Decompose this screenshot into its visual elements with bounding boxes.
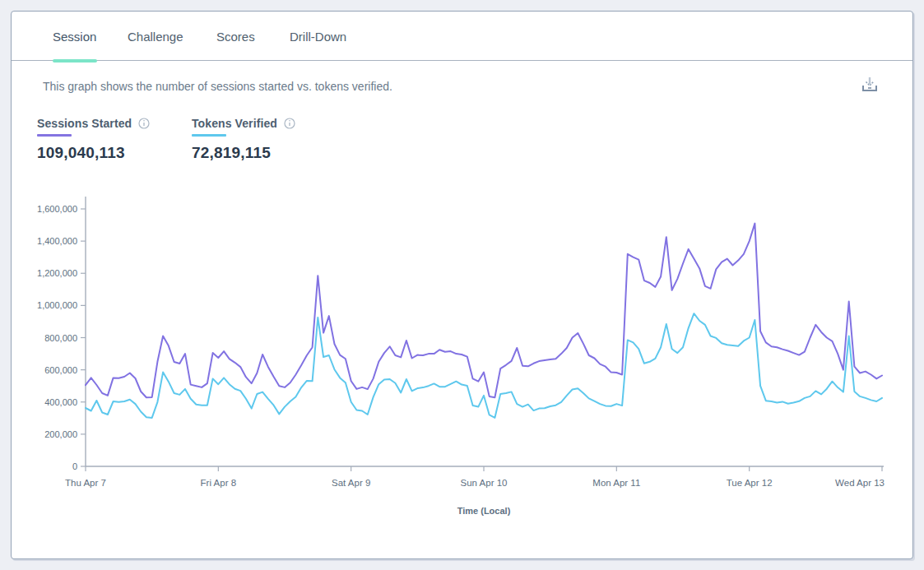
series-line-tokens-verified (86, 313, 882, 418)
metric-tokens-verified-value: 72,819,115 (192, 144, 295, 162)
y-tick-label: 800,000 (44, 333, 77, 343)
metric-sessions-started: Sessions Started 109,040,113 (37, 117, 150, 162)
analytics-card: Session Challenge Scores Drill-Down This… (11, 11, 913, 559)
tab-bar: Session Challenge Scores Drill-Down (12, 12, 912, 61)
metric-sessions-started-value: 109,040,113 (37, 144, 150, 162)
sessions-vs-tokens-chart[interactable]: 0200,000400,000600,000800,0001,000,0001,… (12, 12, 914, 558)
y-tick-label: 200,000 (44, 429, 77, 439)
metric-tokens-verified: Tokens Verified 72,819,115 (192, 117, 295, 162)
tab-session-label: Session (53, 30, 96, 44)
series-line-sessions-started (86, 224, 882, 398)
tab-challenge-label: Challenge (128, 30, 183, 44)
download-button[interactable] (858, 74, 881, 97)
info-icon[interactable] (138, 118, 150, 129)
download-icon (861, 76, 879, 94)
metric-tokens-underline (192, 134, 226, 137)
x-tick-label: Sat Apr 9 (332, 478, 370, 488)
x-axis-title: Time (Local) (457, 506, 511, 516)
y-tick-label: 1,600,000 (37, 204, 77, 214)
x-tick-label: Wed Apr 13 (835, 478, 885, 488)
metric-sessions-started-label: Sessions Started (37, 117, 132, 130)
tab-drill-down-label: Drill-Down (290, 30, 346, 44)
y-tick-label: 400,000 (44, 397, 77, 407)
x-tick-label: Thu Apr 7 (65, 478, 106, 488)
x-tick-label: Tue Apr 12 (727, 478, 773, 488)
x-tick-label: Fri Apr 8 (201, 478, 236, 488)
x-tick-label: Mon Apr 11 (592, 478, 640, 488)
chart-description: This graph shows the number of sessions … (43, 80, 392, 93)
y-tick-label: 600,000 (44, 365, 77, 375)
tab-scores-label: Scores (216, 30, 255, 44)
tab-challenge[interactable]: Challenge (128, 12, 183, 61)
tab-session[interactable]: Session (53, 12, 96, 61)
y-tick-label: 0 (72, 461, 77, 471)
x-tick-label: Sun Apr 10 (461, 478, 508, 488)
tab-scores[interactable]: Scores (216, 12, 255, 61)
y-tick-label: 1,200,000 (37, 268, 77, 278)
y-tick-label: 1,000,000 (37, 300, 77, 310)
metric-tokens-verified-label: Tokens Verified (192, 117, 277, 130)
metric-sessions-underline (37, 134, 72, 137)
y-tick-label: 1,400,000 (37, 236, 77, 246)
info-icon[interactable] (284, 118, 295, 129)
active-tab-underline (53, 59, 97, 63)
tab-drill-down[interactable]: Drill-Down (290, 12, 346, 61)
